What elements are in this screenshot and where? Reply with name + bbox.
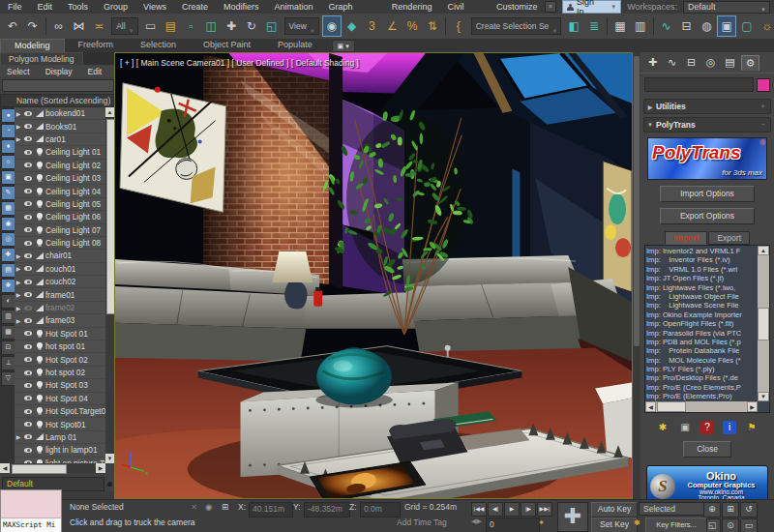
list-item[interactable]: Ceiling Light 07	[15, 224, 105, 237]
eye-icon[interactable]	[24, 176, 32, 181]
zoom-icon[interactable]: ⊕	[703, 502, 721, 517]
eye-icon[interactable]	[24, 189, 32, 193]
explorer-search-input[interactable]	[2, 79, 114, 92]
importer-list-item[interactable]: Imp: Lightwave Files (*.lwo,	[646, 283, 757, 292]
explorer-menu-display[interactable]: Display	[39, 67, 79, 76]
hierarchy-tab-icon[interactable]: ⊟	[683, 55, 700, 70]
previous-frame-icon[interactable]: ◀|	[488, 502, 503, 517]
angle-snap-icon[interactable]: ∠	[382, 15, 402, 37]
spinner-snap-icon[interactable]: ⇅	[423, 15, 442, 37]
explorer-menu-edit[interactable]: Edit	[81, 67, 109, 76]
explorer-sort-header[interactable]: Name (Sorted Ascending)	[0, 94, 114, 107]
list-item[interactable]: ▶Books01	[15, 120, 105, 133]
list-item[interactable]: Ceiling Light 01	[15, 146, 105, 159]
filter-geometry[interactable]: ◔	[1, 124, 15, 138]
eye-icon[interactable]	[24, 422, 32, 427]
eye-icon[interactable]	[24, 253, 32, 258]
eye-icon[interactable]	[24, 111, 32, 116]
display-tab-icon[interactable]: ▤	[722, 55, 738, 70]
eye-icon[interactable]	[24, 215, 32, 220]
list-item[interactable]: ▶Lamp 01	[15, 431, 105, 444]
filter-display-all[interactable]: ●	[1, 108, 15, 123]
x-coordinate-field[interactable]: 40.151m	[249, 502, 293, 517]
filter-sets[interactable]: ⊡	[1, 340, 15, 355]
orbit-icon[interactable]: ↺	[740, 502, 758, 517]
list-item[interactable]: Hot Spot 03	[15, 379, 105, 392]
go-to-end-icon[interactable]: ▶▶|	[537, 502, 552, 517]
importer-list-item[interactable]: Imp: Inventor2 and VRML1 F	[646, 247, 757, 255]
list-item[interactable]: Hot Spot01	[15, 418, 105, 430]
eye-icon[interactable]	[24, 383, 32, 388]
list-item[interactable]: Ceiling Light 02	[15, 160, 105, 172]
list-item[interactable]: Ceiling Light 03	[15, 172, 105, 185]
utilities-rollout[interactable]: ▶ Utilities ＋	[643, 99, 771, 114]
scrollbar-thumb[interactable]	[657, 401, 686, 412]
selection-filter-dropdown[interactable]: All▼	[111, 17, 137, 35]
filter-hidden[interactable]: ▥	[1, 310, 15, 324]
list-item[interactable]: Ceiling Light 04	[15, 185, 105, 197]
expand-icon[interactable]: ▶	[15, 279, 22, 285]
modify-tab-icon[interactable]: ∿	[664, 55, 680, 70]
panel-scrollbar[interactable]	[633, 52, 640, 499]
select-manipulate-icon[interactable]: ◆	[342, 15, 362, 37]
tab-import[interactable]: Import	[665, 231, 707, 245]
menu-animation[interactable]: Animation	[266, 0, 320, 14]
filter-selection[interactable]: ▩	[1, 325, 15, 340]
filter-advanced[interactable]: ▽	[1, 371, 15, 386]
eye-icon[interactable]	[24, 227, 32, 232]
close-button[interactable]: Close	[683, 441, 731, 458]
menu-modifiers[interactable]: Modifiers	[216, 0, 267, 14]
filter-containers[interactable]: ▤	[1, 263, 15, 278]
rect-selection-region-icon[interactable]: ▫	[181, 15, 200, 37]
field-of-view-icon[interactable]: ▭	[740, 518, 758, 532]
render-production-icon[interactable]: ☼	[758, 15, 774, 37]
okino-flag-icon[interactable]: ⚑	[745, 421, 759, 434]
eye-icon[interactable]	[24, 150, 32, 155]
menu-group[interactable]: Group	[96, 0, 135, 14]
select-by-name-icon[interactable]: ▤	[162, 15, 181, 37]
schematic-view-icon[interactable]: ⊟	[677, 15, 697, 37]
list-item[interactable]: Hot Spot 02	[15, 353, 105, 366]
select-link-icon[interactable]: ∞	[49, 15, 69, 37]
importer-list-item[interactable]: Imp: Lightwave Scene File	[646, 301, 757, 310]
play-icon[interactable]: ▶	[504, 502, 520, 517]
create-selection-set-dropdown[interactable]: Create Selection Se▼	[471, 17, 562, 35]
eye-icon[interactable]	[24, 266, 32, 271]
list-item[interactable]: ▶frame02	[15, 302, 105, 314]
select-move-icon[interactable]: ✚	[222, 15, 241, 37]
scrollbar-thumb[interactable]	[106, 119, 114, 314]
scroll-up-icon[interactable]: ▲	[105, 107, 114, 117]
eye-icon[interactable]	[24, 344, 32, 349]
eye-icon[interactable]	[24, 396, 32, 400]
select-object-icon[interactable]: ▭	[141, 15, 161, 37]
importer-list-item[interactable]: Imp: Pro/Desktop Files (*.de	[646, 373, 757, 382]
filter-cameras[interactable]: ▣	[1, 170, 15, 185]
filter-lights[interactable]: ☼	[1, 155, 15, 169]
filter-materials[interactable]: ❋	[1, 279, 15, 293]
eye-icon[interactable]	[24, 370, 32, 375]
export-options-button[interactable]: Export Options	[660, 208, 755, 224]
expand-icon[interactable]: ▶	[15, 433, 22, 440]
menu-file[interactable]: File	[0, 0, 30, 14]
scroll-left-icon[interactable]: ◀	[0, 463, 10, 473]
filter-helpers[interactable]: ✎	[1, 186, 15, 200]
import-options-button[interactable]: Import Options	[660, 186, 755, 202]
filter-bones[interactable]: ✚	[1, 248, 15, 262]
zoom-all-icon[interactable]: ⊞	[722, 502, 739, 517]
select-scale-icon[interactable]: ◱	[262, 15, 282, 37]
list-item[interactable]: ▶car01	[15, 133, 105, 146]
list-item[interactable]: ▶couch01	[15, 263, 105, 276]
ribbon-tab-object-paint[interactable]: Object Paint	[190, 39, 264, 51]
expand-icon[interactable]: ▶	[15, 265, 22, 272]
importer-list-item[interactable]: Imp: JT Open Files (*.jt)	[646, 274, 757, 282]
menu-tools[interactable]: Tools	[60, 0, 96, 14]
select-rotate-icon[interactable]: ↻	[242, 15, 261, 37]
layer-manager-icon[interactable]: ▦	[610, 15, 630, 37]
importer-list-item[interactable]: Imp: MOL Molecule Files (*	[646, 356, 757, 365]
nav-cross-icon[interactable]: ✚	[557, 502, 588, 532]
list-item[interactable]: hot spot 02	[15, 367, 105, 379]
importer-list-item[interactable]: Imp: Protein Databank File	[646, 346, 757, 355]
list-item[interactable]: ▶bookend01	[15, 107, 105, 120]
scroll-right-icon[interactable]: ▶	[747, 401, 758, 412]
snaps-toggle-icon[interactable]: 3	[363, 15, 382, 37]
